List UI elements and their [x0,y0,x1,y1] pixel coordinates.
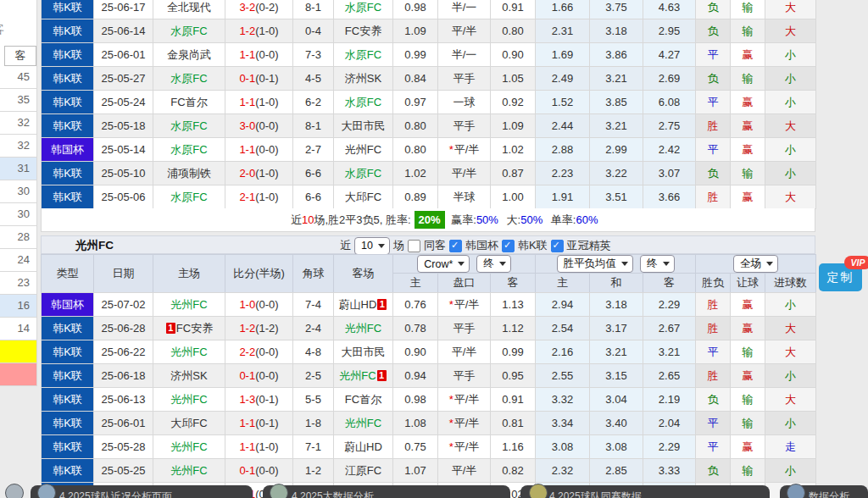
sub-header-handicap-result: 让球 [731,274,765,293]
col-header-corner: 角球 [293,255,334,293]
away-odds-cell: 1.16 [491,435,536,459]
home-odds-cell: 0.94 [393,364,438,388]
score-cell: 1-3(0-1) [225,388,293,412]
avg-draw-cell: 3.18 [590,293,643,317]
corner-cell: 8-1 [293,0,334,19]
over-rate-value: 50% [520,213,542,226]
match-row: 韩K联25-06-18济州SK0-1(0-0)2-5光州FC10.94平手0.9… [42,364,816,388]
corner-cell: 1-2 [293,459,334,483]
live-odds-star: * [449,417,453,429]
home-team-name: 光州FC [170,440,207,453]
away-team-name: 济州SK [345,72,381,85]
away-team-cell: 光州FC [334,317,393,340]
away-team-name: 水原FC [345,48,381,61]
avg-draw-cell: 3.04 [590,388,643,412]
final-odds-select[interactable]: 终 [476,255,511,273]
match-row: 韩K联25-05-10浦项制铁2-0(1-0)6-6水原FC1.02平/半0.8… [42,162,816,185]
away-team-name: 光州FC [345,322,381,335]
league-cell: 韩K联 [42,388,94,412]
home-team-cell: 全北现代 [153,0,225,19]
away-odds-cell: 1.00 [491,185,536,209]
same-venue-checkbox[interactable] [408,240,420,252]
halftime-score: (0-0) [255,369,278,382]
away-team-cell: 水原FC [334,91,393,114]
avg-draw-cell: 3.21 [590,340,643,364]
avg-odds-select[interactable]: 胜平负均值 [557,255,634,273]
red-card-marker: 1 [377,299,387,310]
fulltime-score: 1-2 [239,322,255,335]
bookmaker-select[interactable]: Crow* [417,255,470,273]
home-team-cell: 光州FC [153,459,225,483]
taskbar-item[interactable]: 4.2025大数据分析 [263,485,510,498]
result-goals-cell: 小 [765,364,816,388]
taskbar-app-icon[interactable] [787,484,805,498]
match-row: 韩K联25-06-17全北现代3-2(0-2)8-1水原FC0.98半/一0.9… [42,0,816,19]
taskbar-app-icon[interactable] [529,484,548,498]
section-title: 光州FC [75,236,114,254]
result-goals-cell: 小 [765,138,816,162]
left-number-row: 32 [0,112,36,135]
left-number-row: 31 [0,158,36,180]
avg-home-cell: 1.66 [536,0,590,19]
avg-away-cell: 3.21 [643,340,696,364]
avg-away-cell: 4.63 [643,0,696,19]
away-team-cell: 江原FC [334,459,393,483]
result-goals-cell: 小 [765,293,816,317]
recent-count-select[interactable]: 10 [354,237,390,255]
avg-draw-cell: 3.85 [590,91,643,114]
avg-away-cell: 2.95 [643,19,696,43]
avg-away-cell: 2.42 [643,138,696,162]
korea-cup-checkbox[interactable] [449,240,462,252]
home-team-cell: 光州FC [153,340,225,364]
avg-draw-cell: 3.15 [590,364,643,388]
halftime-score: (1-2) [255,322,278,335]
left-number-row: 14 [0,318,36,340]
taskbar-app-icon[interactable] [5,484,24,498]
away-team-name: 水原FC [345,1,381,14]
score-cell: 1-1(1-0) [225,435,293,459]
avg-home-cell: 2.32 [536,459,590,483]
fulltime-score: 1-1 [239,440,255,453]
acl-elite-checkbox[interactable] [551,240,564,252]
avg-home-cell: 1.69 [536,43,590,67]
avg-home-cell: 2.31 [536,19,590,43]
corner-cell: 2-5 [293,364,334,388]
avg-draw-cell: 3.21 [590,114,643,138]
league-cell: 韩国杯 [42,293,94,317]
home-odds-cell: 0.98 [393,388,438,412]
away-odds-cell: 1.13 [491,293,536,317]
home-team-cell: 水原FC [153,19,225,43]
fulltime-score: 2-1 [239,191,255,203]
k-league-checkbox[interactable] [502,240,515,252]
home-team-cell: 1FC安养 [153,317,225,340]
single-rate-value: 60% [576,213,598,226]
away-odds-cell: 0.82 [491,459,536,483]
match-row: 韩K联25-05-27水原FC0-1(0-1)4-5济州SK0.84平手1.05… [42,67,816,91]
taskbar-app-icon[interactable] [37,484,56,498]
taskbar-item[interactable]: 4.2025球队同赛数据 [520,485,770,498]
acl-elite-label: 亚冠精英 [567,238,611,253]
match-scope-select[interactable]: 全场 [733,255,778,273]
taskbar-app-icon[interactable] [270,484,288,498]
avg-away-cell: 2.29 [643,435,696,459]
away-team-name: 大田市民 [342,346,386,358]
date-cell: 25-05-27 [94,67,153,91]
handicap-cell: 平手 [438,114,491,138]
league-cell: 韩K联 [42,91,94,114]
fulltime-score: 3-0 [239,119,255,132]
date-cell: 25-05-25 [94,459,153,483]
handicap-cell: *平/半 [438,435,491,459]
result-goals-cell: 大 [765,340,816,364]
taskbar-item[interactable]: 4.2025球队近况分析页面 [31,485,253,498]
home-team-name: 金泉尚武 [167,48,211,61]
sub-header-avg-away: 客 [643,274,696,293]
scope-dropdown-cell: 全场 [696,255,816,274]
left-column-header: 客 [4,46,36,66]
home-odds-cell: 0.76 [393,293,438,317]
league-cell: 韩K联 [42,364,94,388]
final-avg-select[interactable]: 终 [640,255,675,273]
sub-header-avg-draw: 和 [590,274,643,293]
corner-cell: 7-1 [293,435,334,459]
home-team-cell: 水原FC [153,138,225,162]
match-row: 韩K联25-05-18水原FC3-0(0-0)8-1大田市民0.80平手1.09… [42,114,816,138]
